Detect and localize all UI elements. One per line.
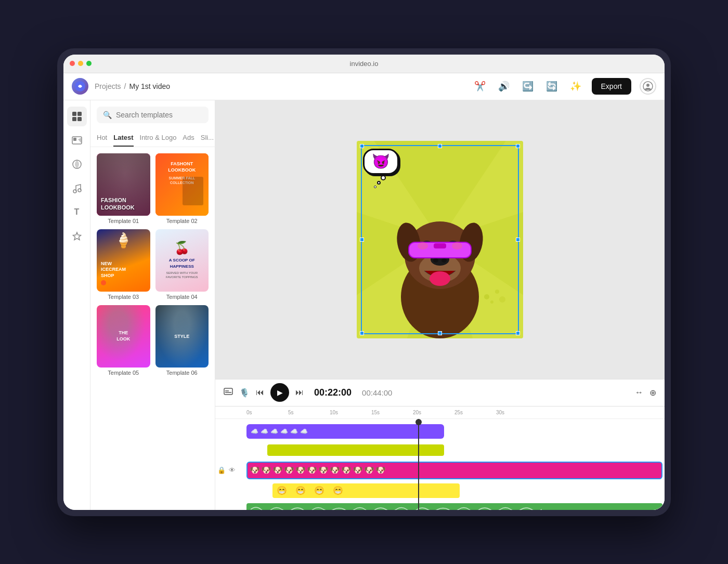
template-thumb-06: STYLE [155,305,209,368]
template-tabs: Hot Latest Intro & Logo Ads Sli... [90,129,215,147]
app-header: Projects / My 1st video ✂️ 🔊 ↪️ 🔄 ✨ Expo… [63,73,665,100]
svg-rect-38 [434,243,446,248]
tab-hot[interactable]: Hot [97,129,107,147]
wand-icon[interactable]: ✨ [568,78,583,94]
ruler-30s: 30s [496,410,504,415]
ruler-10s: 10s [330,410,338,415]
subtitles-icon[interactable] [224,387,233,398]
window-title: invideo.io [350,60,379,68]
ruler-5s: 5s [288,410,294,415]
templates-panel: 🔍 Hot Latest Intro & Logo Ads [90,100,215,510]
tab-ads[interactable]: Ads [183,129,194,147]
svg-point-39 [418,242,428,250]
breadcrumb-separator: / [124,82,126,90]
ruler-25s: 25s [454,410,463,415]
sidebar-item-templates[interactable] [67,107,87,126]
template-item-02[interactable]: FASHONT LOOKBOOK Summer Fall Collection … [155,153,209,224]
ruler-15s: 15s [371,410,380,415]
track-emoji-content[interactable]: 😁 😁 😁 😁 [272,483,460,498]
template-item-06[interactable]: STYLE Template 06 [155,305,209,376]
svg-rect-8 [73,138,76,141]
ruler-20s: 20s [413,410,421,415]
timeline-area: 0s 5s 10s 15s 20s 25s 30s [215,406,665,510]
svg-rect-6 [77,117,82,121]
track-clouds-content[interactable]: ☁️ ☁️ ☁️ ☁️ ☁️ ☁️ [246,424,444,439]
playback-bar: 🎙️ ⏮ ▶ ⏭ 00:22:00 00:44:00 ↔ ⊕ [215,379,665,406]
canvas-viewport[interactable]: 😈 [215,100,665,379]
tab-slideshow[interactable]: Sli... [201,129,214,147]
track-emoji: 😁 😁 😁 😁 [215,481,665,500]
device-frame: invideo.io Projects / My 1st video ✂️ 🔊 … [57,48,671,516]
breadcrumb-parent[interactable]: Projects [95,82,121,90]
svg-rect-41 [224,388,232,395]
maximize-window-button[interactable] [86,61,92,66]
search-wrapper[interactable]: 🔍 [97,107,209,123]
zoom-in-icon[interactable]: ⊕ [649,388,656,398]
template-item-01[interactable]: FASHION LOOKBOOK Template 01 [97,153,150,224]
breadcrumb: Projects / My 1st video [95,82,170,90]
sidebar-item-music[interactable] [67,178,87,198]
track-audio [215,500,665,510]
logo [72,78,88,95]
user-avatar[interactable] [640,78,656,95]
track-yg [215,441,665,460]
volume-icon[interactable]: 🔊 [496,78,512,94]
search-input[interactable] [116,111,207,119]
window-controls [70,61,92,66]
header-tools: ✂️ 🔊 ↪️ 🔄 ✨ Export [472,78,656,95]
redo-icon[interactable]: ↪️ [520,78,536,94]
tab-latest[interactable]: Latest [113,129,133,147]
refresh-icon[interactable]: 🔄 [544,78,560,94]
main-area: T 🔍 Hot [63,100,665,510]
play-button[interactable]: ▶ [270,383,289,402]
sidebar-item-effects[interactable] [67,154,87,174]
track-clouds: ☁️ ☁️ ☁️ ☁️ ☁️ ☁️ [215,422,665,441]
svg-point-21 [495,290,499,294]
microphone-icon[interactable]: 🎙️ [239,388,250,398]
template-label-02: Template 02 [155,218,209,224]
export-button[interactable]: Export [592,78,631,95]
svg-rect-5 [72,117,76,121]
close-window-button[interactable] [70,61,75,66]
template-thumb-05: THE LOOK [97,305,150,368]
template-label-04: Template 04 [155,294,209,300]
template-thumb-02: FASHONT LOOKBOOK Summer Fall Collection [155,153,209,216]
timeline-ruler: 0s 5s 10s 15s 20s 25s 30s [215,406,665,419]
resize-icon[interactable]: ↔ [635,388,643,397]
eye-icon[interactable]: 👁 [229,466,236,474]
template-label-05: Template 05 [97,370,150,376]
template-label-03: Template 03 [97,294,150,300]
sidebar-item-text[interactable]: T [67,202,87,222]
svg-point-30 [433,258,438,263]
skip-forward-icon[interactable]: ⏭ [295,388,304,397]
ruler-0s: 0s [246,410,252,415]
templates-grid: FASHION LOOKBOOK Template 01 [90,147,215,510]
track-audio-content[interactable] [246,503,662,510]
tab-intro-logo[interactable]: Intro & Logo [140,129,177,147]
template-thumb-04: 🍒 A SCOOP OF HAPPINESS Served with yourf… [155,229,209,292]
svg-point-23 [499,296,505,303]
total-time: 00:44:00 [362,388,392,397]
template-item-04[interactable]: 🍒 A SCOOP OF HAPPINESS Served with yourf… [155,229,209,300]
track-yg-content[interactable] [267,444,444,456]
breadcrumb-current: My 1st video [129,82,170,90]
svg-point-40 [452,242,462,250]
lock-icon[interactable]: 🔒 [217,466,226,474]
scissors-icon[interactable]: ✂️ [472,78,488,94]
screen: invideo.io Projects / My 1st video ✂️ 🔊 … [63,55,665,510]
track-main-content[interactable]: 🐶 🐶 🐶 🐶 🐶 🐶 🐶 🐶 🐶 🐶 🐶 [246,462,662,479]
template-label-01: Template 01 [97,218,150,224]
template-label-06: Template 06 [155,370,209,376]
sidebar-item-favorites[interactable] [67,226,87,246]
current-time: 00:22:00 [314,387,352,398]
track-main-controls: 🔒 👁 [217,466,246,474]
search-area: 🔍 [90,100,215,129]
svg-rect-3 [72,112,76,116]
template-item-03[interactable]: 🍦 NEW ICECREAM SHOP Template 03 [97,229,150,300]
skip-back-icon[interactable]: ⏮ [256,388,264,397]
template-item-05[interactable]: THE LOOK Template 05 [97,305,150,376]
title-bar: invideo.io [63,55,665,73]
sidebar-item-media[interactable] [67,130,87,150]
minimize-window-button[interactable] [78,61,83,66]
timeline-tracks: ☁️ ☁️ ☁️ ☁️ ☁️ ☁️ [215,419,665,510]
